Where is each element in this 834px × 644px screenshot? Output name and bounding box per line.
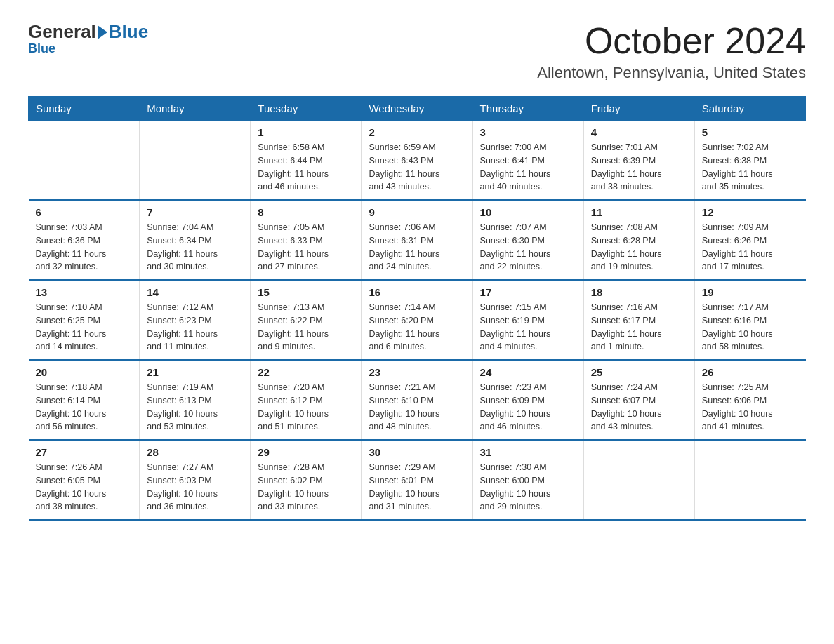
day-info: Sunrise: 7:03 AM Sunset: 6:36 PM Dayligh… bbox=[36, 221, 133, 274]
day-info: Sunrise: 7:00 AM Sunset: 6:41 PM Dayligh… bbox=[480, 141, 576, 194]
day-info: Sunrise: 7:20 AM Sunset: 6:12 PM Dayligh… bbox=[258, 381, 354, 434]
title-area: October 2024 Allentown, Pennsylvania, Un… bbox=[537, 21, 806, 82]
day-info: Sunrise: 7:08 AM Sunset: 6:28 PM Dayligh… bbox=[591, 221, 687, 274]
day-number: 20 bbox=[36, 366, 133, 378]
day-info: Sunrise: 7:28 AM Sunset: 6:02 PM Dayligh… bbox=[258, 461, 354, 514]
day-number: 28 bbox=[147, 446, 243, 458]
calendar-table: SundayMondayTuesdayWednesdayThursdayFrid… bbox=[28, 96, 806, 521]
day-info: Sunrise: 7:13 AM Sunset: 6:22 PM Dayligh… bbox=[258, 301, 354, 354]
week-row: 1Sunrise: 6:58 AM Sunset: 6:44 PM Daylig… bbox=[29, 121, 806, 201]
header-cell-monday: Monday bbox=[140, 97, 251, 121]
calendar-cell: 20Sunrise: 7:18 AM Sunset: 6:14 PM Dayli… bbox=[29, 360, 140, 440]
day-info: Sunrise: 6:58 AM Sunset: 6:44 PM Dayligh… bbox=[258, 141, 354, 194]
logo-arrow-icon bbox=[98, 25, 107, 39]
calendar-header: SundayMondayTuesdayWednesdayThursdayFrid… bbox=[29, 97, 806, 121]
day-number: 17 bbox=[480, 286, 576, 298]
day-number: 24 bbox=[480, 366, 576, 378]
calendar-cell: 14Sunrise: 7:12 AM Sunset: 6:23 PM Dayli… bbox=[140, 280, 251, 360]
logo-subtitle: Blue bbox=[28, 41, 55, 56]
week-row: 20Sunrise: 7:18 AM Sunset: 6:14 PM Dayli… bbox=[29, 360, 806, 440]
day-info: Sunrise: 7:27 AM Sunset: 6:03 PM Dayligh… bbox=[147, 461, 243, 514]
calendar-cell: 23Sunrise: 7:21 AM Sunset: 6:10 PM Dayli… bbox=[362, 360, 472, 440]
calendar-cell: 11Sunrise: 7:08 AM Sunset: 6:28 PM Dayli… bbox=[583, 200, 694, 280]
logo-general-text: General bbox=[28, 21, 96, 43]
day-number: 23 bbox=[369, 366, 465, 378]
day-number: 6 bbox=[36, 206, 133, 218]
day-number: 21 bbox=[147, 366, 243, 378]
day-number: 2 bbox=[369, 126, 465, 138]
calendar-cell: 25Sunrise: 7:24 AM Sunset: 6:07 PM Dayli… bbox=[583, 360, 694, 440]
day-info: Sunrise: 7:18 AM Sunset: 6:14 PM Dayligh… bbox=[36, 381, 133, 434]
calendar-cell: 10Sunrise: 7:07 AM Sunset: 6:30 PM Dayli… bbox=[472, 200, 583, 280]
calendar-cell: 22Sunrise: 7:20 AM Sunset: 6:12 PM Dayli… bbox=[251, 360, 362, 440]
calendar-cell: 4Sunrise: 7:01 AM Sunset: 6:39 PM Daylig… bbox=[583, 121, 694, 201]
calendar-cell: 5Sunrise: 7:02 AM Sunset: 6:38 PM Daylig… bbox=[694, 121, 805, 201]
calendar-cell: 1Sunrise: 6:58 AM Sunset: 6:44 PM Daylig… bbox=[251, 121, 362, 201]
day-info: Sunrise: 7:04 AM Sunset: 6:34 PM Dayligh… bbox=[147, 221, 243, 274]
week-row: 27Sunrise: 7:26 AM Sunset: 6:05 PM Dayli… bbox=[29, 440, 806, 520]
header-cell-saturday: Saturday bbox=[694, 97, 805, 121]
calendar-cell: 27Sunrise: 7:26 AM Sunset: 6:05 PM Dayli… bbox=[29, 440, 140, 520]
calendar-cell: 19Sunrise: 7:17 AM Sunset: 6:16 PM Dayli… bbox=[694, 280, 805, 360]
header-cell-sunday: Sunday bbox=[29, 97, 140, 121]
calendar-cell: 7Sunrise: 7:04 AM Sunset: 6:34 PM Daylig… bbox=[140, 200, 251, 280]
calendar-cell: 15Sunrise: 7:13 AM Sunset: 6:22 PM Dayli… bbox=[251, 280, 362, 360]
location-subtitle: Allentown, Pennsylvania, United States bbox=[537, 64, 806, 82]
day-number: 10 bbox=[480, 206, 576, 218]
day-number: 25 bbox=[591, 366, 687, 378]
day-info: Sunrise: 7:16 AM Sunset: 6:17 PM Dayligh… bbox=[591, 301, 687, 354]
day-number: 22 bbox=[258, 366, 354, 378]
week-row: 6Sunrise: 7:03 AM Sunset: 6:36 PM Daylig… bbox=[29, 200, 806, 280]
day-number: 14 bbox=[147, 286, 243, 298]
calendar-cell: 31Sunrise: 7:30 AM Sunset: 6:00 PM Dayli… bbox=[472, 440, 583, 520]
calendar-cell: 17Sunrise: 7:15 AM Sunset: 6:19 PM Dayli… bbox=[472, 280, 583, 360]
day-number: 27 bbox=[36, 446, 133, 458]
calendar-cell: 28Sunrise: 7:27 AM Sunset: 6:03 PM Dayli… bbox=[140, 440, 251, 520]
header: General Blue Blue October 2024 Allentown… bbox=[28, 21, 806, 82]
day-number: 9 bbox=[369, 206, 465, 218]
header-row: SundayMondayTuesdayWednesdayThursdayFrid… bbox=[29, 97, 806, 121]
calendar-cell: 21Sunrise: 7:19 AM Sunset: 6:13 PM Dayli… bbox=[140, 360, 251, 440]
week-row: 13Sunrise: 7:10 AM Sunset: 6:25 PM Dayli… bbox=[29, 280, 806, 360]
day-info: Sunrise: 7:23 AM Sunset: 6:09 PM Dayligh… bbox=[480, 381, 576, 434]
day-info: Sunrise: 7:07 AM Sunset: 6:30 PM Dayligh… bbox=[480, 221, 576, 274]
day-info: Sunrise: 7:24 AM Sunset: 6:07 PM Dayligh… bbox=[591, 381, 687, 434]
day-number: 3 bbox=[480, 126, 576, 138]
page-title: October 2024 bbox=[537, 21, 806, 61]
calendar-cell: 9Sunrise: 7:06 AM Sunset: 6:31 PM Daylig… bbox=[362, 200, 472, 280]
logo: General Blue bbox=[28, 21, 148, 43]
day-number: 4 bbox=[591, 126, 687, 138]
day-info: Sunrise: 7:30 AM Sunset: 6:00 PM Dayligh… bbox=[480, 461, 576, 514]
header-cell-wednesday: Wednesday bbox=[362, 97, 472, 121]
calendar-cell: 3Sunrise: 7:00 AM Sunset: 6:41 PM Daylig… bbox=[472, 121, 583, 201]
day-number: 29 bbox=[258, 446, 354, 458]
calendar-cell: 29Sunrise: 7:28 AM Sunset: 6:02 PM Dayli… bbox=[251, 440, 362, 520]
day-info: Sunrise: 7:26 AM Sunset: 6:05 PM Dayligh… bbox=[36, 461, 133, 514]
day-number: 7 bbox=[147, 206, 243, 218]
day-info: Sunrise: 7:17 AM Sunset: 6:16 PM Dayligh… bbox=[702, 301, 799, 354]
calendar-cell: 13Sunrise: 7:10 AM Sunset: 6:25 PM Dayli… bbox=[29, 280, 140, 360]
calendar-cell: 8Sunrise: 7:05 AM Sunset: 6:33 PM Daylig… bbox=[251, 200, 362, 280]
day-number: 8 bbox=[258, 206, 354, 218]
header-cell-tuesday: Tuesday bbox=[251, 97, 362, 121]
day-number: 1 bbox=[258, 126, 354, 138]
day-info: Sunrise: 7:09 AM Sunset: 6:26 PM Dayligh… bbox=[702, 221, 799, 274]
header-cell-friday: Friday bbox=[583, 97, 694, 121]
calendar-cell: 24Sunrise: 7:23 AM Sunset: 6:09 PM Dayli… bbox=[472, 360, 583, 440]
day-info: Sunrise: 7:01 AM Sunset: 6:39 PM Dayligh… bbox=[591, 141, 687, 194]
day-number: 16 bbox=[369, 286, 465, 298]
day-info: Sunrise: 7:25 AM Sunset: 6:06 PM Dayligh… bbox=[702, 381, 799, 434]
day-number: 15 bbox=[258, 286, 354, 298]
header-cell-thursday: Thursday bbox=[472, 97, 583, 121]
calendar-cell: 18Sunrise: 7:16 AM Sunset: 6:17 PM Dayli… bbox=[583, 280, 694, 360]
day-info: Sunrise: 7:19 AM Sunset: 6:13 PM Dayligh… bbox=[147, 381, 243, 434]
day-number: 11 bbox=[591, 206, 687, 218]
day-number: 13 bbox=[36, 286, 133, 298]
day-number: 31 bbox=[480, 446, 576, 458]
calendar-cell: 12Sunrise: 7:09 AM Sunset: 6:26 PM Dayli… bbox=[694, 200, 805, 280]
day-info: Sunrise: 7:02 AM Sunset: 6:38 PM Dayligh… bbox=[702, 141, 799, 194]
day-info: Sunrise: 7:06 AM Sunset: 6:31 PM Dayligh… bbox=[369, 221, 465, 274]
calendar-cell bbox=[694, 440, 805, 520]
logo-area: General Blue Blue bbox=[28, 21, 148, 56]
day-info: Sunrise: 7:12 AM Sunset: 6:23 PM Dayligh… bbox=[147, 301, 243, 354]
